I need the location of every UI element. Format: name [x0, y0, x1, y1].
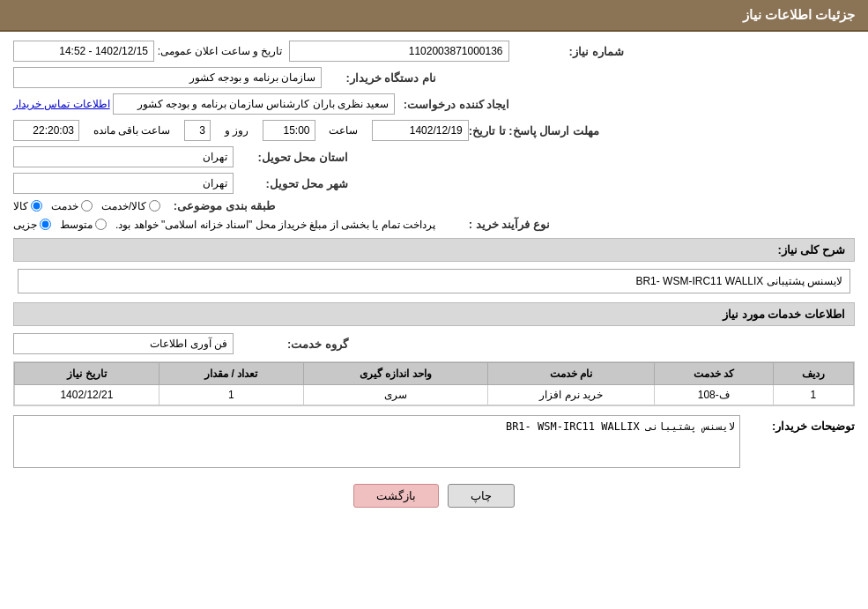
need-desc-label: شرح کلی نیاز: [777, 243, 845, 256]
purchase-juzyi-label: جزیی [13, 219, 37, 231]
contact-link[interactable]: اطلاعات تماس خریدار [13, 98, 110, 110]
need-desc-wrapper: لایسنس پشتیبانی BR1- WSM-IRC11 WALLIX [13, 269, 855, 293]
category-label: طبقه بندی موضوعی: [160, 199, 275, 212]
province-row: استان محل تحویل: تهران [13, 146, 855, 167]
deadline-remaining-label: ساعت باقی مانده [93, 124, 171, 137]
purchase-type-row: نوع فرآیند خرید : پرداخت تمام یا بخشی از… [13, 218, 855, 231]
purchase-type-note: پرداخت تمام یا بخشی از مبلغ خریداز محل "… [115, 219, 435, 231]
category-radio-group: کالا/خدمت خدمت کالا [13, 200, 160, 212]
table-row: 1ف-108خرید نرم افزارسری11402/12/21 [15, 385, 854, 405]
city-row: شهر محل تحویل: تهران [13, 173, 855, 194]
col-qty: تعداد / مقدار [159, 363, 303, 385]
purchase-type-note-text: پرداخت تمام یا بخشی از مبلغ خریداز محل "… [115, 219, 435, 231]
table-cell-name: خرید نرم افزار [488, 385, 655, 405]
buyer-notes-field[interactable] [13, 415, 740, 468]
need-number-field: 1102003871000136 [289, 41, 509, 62]
purchase-juzyi: جزیی [13, 219, 51, 231]
creator-label: ایجاد کننده درخواست: [395, 98, 509, 111]
creator-row: ایجاد کننده درخواست: سعید نظری باران کار… [13, 93, 855, 115]
deadline-label: مهلت ارسال پاسخ: تا تاریخ: [469, 124, 599, 137]
city-label: شهر محل تحویل: [234, 177, 348, 190]
col-unit: واحد اندازه گیری [303, 363, 488, 385]
buyer-org-row: نام دستگاه خریدار: سازمان برنامه و بودجه… [13, 67, 855, 88]
button-row: چاپ بازگشت [13, 484, 855, 508]
deadline-remaining-field: 22:20:03 [13, 120, 79, 141]
creator-field: سعید نظری باران کارشناس سازمان برنامه و … [113, 93, 395, 115]
purchase-mutavasit-radio[interactable] [95, 219, 107, 230]
buyer-org-field: سازمان برنامه و بودجه کشور [13, 67, 322, 88]
need-desc-field: لایسنس پشتیبانی BR1- WSM-IRC11 WALLIX [18, 269, 850, 293]
category-kala-radio[interactable] [31, 200, 42, 212]
category-kala-khidmat-radio[interactable] [149, 200, 160, 212]
category-kala-label: کالا [13, 200, 28, 212]
purchase-type-label: نوع فرآیند خرید : [435, 218, 550, 231]
deadline-date-field: 1402/12/19 [372, 120, 469, 141]
col-date: تاریخ نیاز [15, 363, 160, 385]
category-khidmat-label: خدمت [51, 200, 78, 212]
purchase-mutavasit: متوسط [60, 219, 107, 231]
print-button[interactable]: چاپ [448, 484, 515, 508]
page-wrapper: جزئیات اطلاعات نیاز شماره نیاز: 11020038… [0, 0, 868, 609]
table-cell-row: 1 [773, 385, 853, 405]
announcement-field: 1402/12/15 - 14:52 [13, 41, 154, 62]
service-group-field: فن آوری اطلاعات [13, 333, 234, 354]
need-number-label: شماره نیاز: [509, 45, 624, 58]
deadline-row: مهلت ارسال پاسخ: تا تاریخ: 1402/12/19 سا… [13, 120, 855, 141]
services-title-text: اطلاعات خدمات مورد نیاز [723, 308, 845, 321]
services-table: ردیف کد خدمت نام خدمت واحد اندازه گیری ت… [14, 362, 854, 405]
service-group-row: گروه خدمت: فن آوری اطلاعات [13, 333, 855, 354]
province-field: تهران [13, 146, 234, 167]
category-kala: کالا [13, 200, 42, 212]
category-kala-khidmat: کالا/خدمت [101, 200, 160, 212]
service-group-label: گروه خدمت: [234, 338, 348, 351]
services-section-title: اطلاعات خدمات مورد نیاز [13, 302, 855, 326]
province-label: استان محل تحویل: [234, 151, 348, 164]
deadline-time-label: ساعت [329, 124, 358, 137]
category-kala-khidmat-label: کالا/خدمت [101, 200, 146, 212]
category-row: طبقه بندی موضوعی: کالا/خدمت خدمت کالا [13, 199, 855, 212]
table-cell-code: ف-108 [654, 385, 773, 405]
deadline-days-field: 3 [184, 120, 211, 141]
buyer-org-label: نام دستگاه خریدار: [322, 71, 436, 85]
announcement-label: تاریخ و ساعت اعلان عمومی: [158, 45, 283, 57]
need-desc-section: شرح کلی نیاز: [13, 238, 855, 262]
city-field: تهران [13, 173, 234, 194]
services-table-wrapper: ردیف کد خدمت نام خدمت واحد اندازه گیری ت… [13, 361, 855, 406]
deadline-time-row: 1402/12/19 ساعت 15:00 روز و 3 ساعت باقی … [13, 120, 469, 141]
deadline-day-label: روز و [225, 124, 249, 137]
buyer-notes-container: توضیحات خریدار: [13, 415, 855, 471]
category-khidmat: خدمت [51, 200, 93, 212]
deadline-time-field: 15:00 [263, 120, 315, 141]
page-title: جزئیات اطلاعات نیاز [743, 7, 855, 22]
buyer-notes-label: توضیحات خریدار: [740, 415, 855, 433]
purchase-type-radio-group: پرداخت تمام یا بخشی از مبلغ خریداز محل "… [13, 219, 435, 231]
page-header: جزئیات اطلاعات نیاز [0, 0, 868, 32]
back-button[interactable]: بازگشت [353, 484, 439, 508]
table-cell-unit: سری [303, 385, 488, 405]
main-content: شماره نیاز: 1102003871000136 تاریخ و ساع… [0, 32, 868, 525]
table-cell-quantity: 1 [159, 385, 303, 405]
need-number-row: شماره نیاز: 1102003871000136 تاریخ و ساع… [13, 41, 855, 62]
table-cell-date: 1402/12/21 [15, 385, 160, 405]
buyer-notes-content [13, 415, 740, 471]
col-name: نام خدمت [488, 363, 655, 385]
purchase-mutavasit-label: متوسط [60, 219, 93, 231]
col-row: ردیف [773, 363, 853, 385]
col-code: کد خدمت [654, 363, 773, 385]
category-khidmat-radio[interactable] [81, 200, 93, 212]
purchase-juzyi-radio[interactable] [40, 219, 51, 230]
